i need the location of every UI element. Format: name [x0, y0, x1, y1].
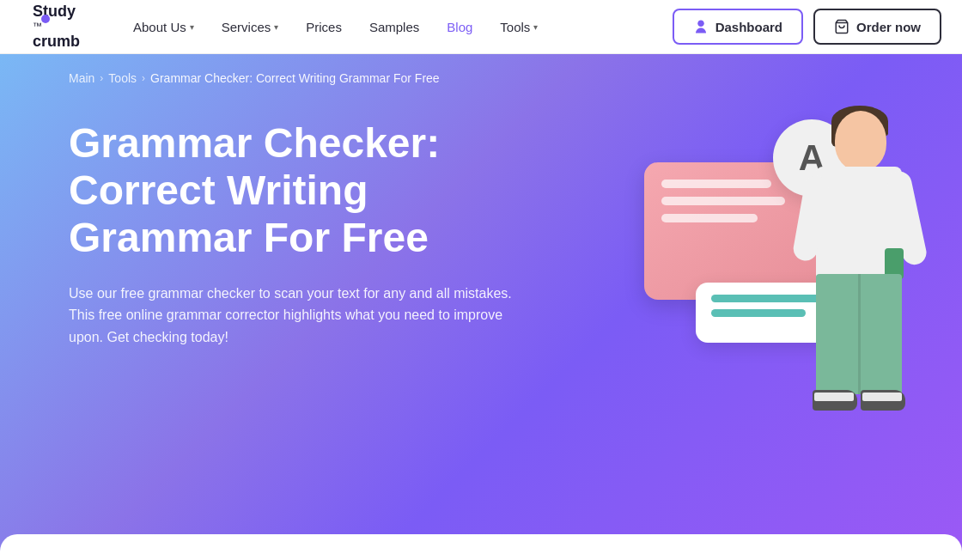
- hero-description: Use our free grammar checker to scan you…: [69, 283, 515, 349]
- main-nav: About Us ▾ Services ▾ Prices Samples Blo…: [121, 13, 673, 41]
- nav-item-blog[interactable]: Blog: [435, 13, 484, 41]
- user-icon: [693, 19, 709, 34]
- breadcrumb-main[interactable]: Main: [69, 71, 94, 85]
- logo-dot: [41, 15, 50, 23]
- nav-item-about-us[interactable]: About Us ▾: [121, 13, 206, 41]
- hero-illustration: A: [550, 54, 962, 549]
- nav-item-services[interactable]: Services ▾: [210, 13, 291, 41]
- hero-section: Main › Tools › Grammar Checker: Correct …: [0, 54, 962, 560]
- header-actions: Dashboard Order now: [673, 9, 941, 45]
- nav-item-prices[interactable]: Prices: [294, 13, 354, 41]
- person-shoe-stripe-left: [814, 393, 854, 401]
- hero-title: Grammar Checker: Correct Writing Grammar…: [69, 119, 522, 262]
- header: Study™ crumb About Us ▾ Services ▾ Price…: [0, 0, 962, 54]
- hero-content: Grammar Checker: Correct Writing Grammar…: [0, 102, 962, 399]
- nav-item-samples[interactable]: Samples: [357, 13, 431, 41]
- person-pants-divide: [858, 274, 861, 394]
- doc-line-3: [661, 214, 758, 222]
- breadcrumb-separator-2: ›: [142, 72, 145, 84]
- hero-text: Grammar Checker: Correct Writing Grammar…: [69, 119, 522, 348]
- illustration-scene: A: [575, 94, 936, 506]
- order-now-button[interactable]: Order now: [813, 9, 941, 45]
- person-head: [835, 111, 886, 171]
- logo[interactable]: Study™ crumb: [21, 3, 80, 51]
- cart-icon: [834, 19, 849, 34]
- breadcrumb-separator-1: ›: [100, 72, 103, 84]
- person-shoe-stripe-right: [862, 393, 902, 401]
- logo-name-line1: Study™: [33, 3, 80, 33]
- doc-line-2: [661, 197, 785, 205]
- breadcrumb-current: Grammar Checker: Correct Writing Grammar…: [150, 71, 440, 85]
- person-illustration: [790, 94, 928, 489]
- breadcrumb-tools[interactable]: Tools: [108, 71, 137, 85]
- doc-line-1: [661, 180, 771, 188]
- nav-item-tools[interactable]: Tools ▾: [488, 13, 550, 41]
- bottom-peek: [0, 534, 962, 560]
- dashboard-button[interactable]: Dashboard: [673, 9, 803, 45]
- chevron-down-icon: ▾: [190, 22, 194, 32]
- chevron-down-icon: ▾: [533, 22, 538, 32]
- chevron-down-icon: ▾: [274, 22, 278, 32]
